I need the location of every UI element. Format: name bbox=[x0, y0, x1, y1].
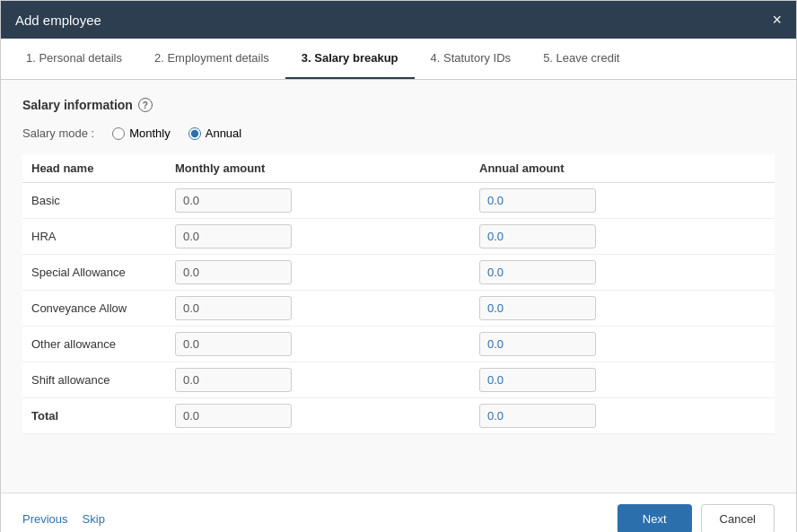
modal-body: Salary information ? Salary mode : Month… bbox=[1, 80, 796, 493]
tab-personal-details[interactable]: 1. Personal details bbox=[10, 39, 138, 79]
row-head-name: Shift allowance bbox=[22, 362, 166, 398]
modal-title: Add employee bbox=[15, 13, 101, 28]
tab-bar: 1. Personal details 2. Employment detail… bbox=[1, 39, 796, 80]
monthly-input[interactable] bbox=[175, 260, 292, 284]
table-row: Other allowance bbox=[22, 327, 775, 362]
table-row: Basic bbox=[22, 183, 775, 219]
footer-left: Previous Skip bbox=[22, 512, 105, 526]
help-icon[interactable]: ? bbox=[138, 98, 153, 112]
table-row: Special Allowance bbox=[22, 255, 775, 291]
row-head-name: Conveyance Allow bbox=[22, 291, 166, 327]
row-monthly-cell bbox=[166, 362, 470, 398]
monthly-input[interactable] bbox=[175, 404, 292, 428]
monthly-radio[interactable] bbox=[112, 127, 125, 140]
tab-employment-details[interactable]: 2. Employment details bbox=[138, 39, 285, 79]
tab-statutory-ids[interactable]: 4. Statutory IDs bbox=[415, 39, 528, 79]
monthly-input[interactable] bbox=[175, 224, 292, 249]
monthly-label: Monthly bbox=[129, 126, 171, 140]
annual-input[interactable] bbox=[479, 332, 596, 356]
monthly-input[interactable] bbox=[175, 332, 292, 356]
annual-input[interactable] bbox=[479, 296, 596, 320]
salary-table: Head name Monthly amount Annual amount B… bbox=[22, 154, 775, 434]
row-annual-cell bbox=[470, 398, 775, 434]
col-annual-amount: Annual amount bbox=[470, 154, 775, 183]
row-head-name: Other allowance bbox=[22, 327, 166, 362]
next-button[interactable]: Next bbox=[617, 504, 692, 532]
annual-radio-option[interactable]: Annual bbox=[188, 126, 241, 140]
table-row: HRA bbox=[22, 219, 775, 255]
modal-header: Add employee × bbox=[1, 1, 796, 39]
modal-footer: Previous Skip Next Cancel bbox=[1, 493, 796, 532]
row-head-name: Special Allowance bbox=[22, 255, 166, 291]
tab-leave-credit[interactable]: 5. Leave credit bbox=[527, 39, 635, 79]
annual-label: Annual bbox=[206, 126, 241, 140]
salary-mode-label: Salary mode : bbox=[22, 126, 94, 140]
section-title: Salary information ? bbox=[22, 98, 775, 112]
monthly-input[interactable] bbox=[175, 368, 292, 392]
annual-input[interactable] bbox=[479, 224, 596, 249]
row-head-name: Total bbox=[22, 398, 166, 434]
row-annual-cell bbox=[470, 291, 775, 327]
col-head-name: Head name bbox=[22, 154, 166, 183]
row-monthly-cell bbox=[166, 219, 470, 255]
annual-input[interactable] bbox=[479, 404, 596, 428]
row-annual-cell bbox=[470, 362, 775, 398]
row-head-name: Basic bbox=[22, 183, 166, 219]
salary-mode-radio-group: Monthly Annual bbox=[112, 126, 241, 140]
previous-link[interactable]: Previous bbox=[22, 512, 68, 526]
tab-salary-breakup[interactable]: 3. Salary breakup bbox=[285, 39, 415, 79]
row-annual-cell bbox=[470, 255, 775, 291]
table-header-row: Head name Monthly amount Annual amount bbox=[22, 154, 775, 183]
col-monthly-amount: Monthly amount bbox=[166, 154, 470, 183]
monthly-input[interactable] bbox=[175, 296, 292, 320]
row-monthly-cell bbox=[166, 183, 470, 219]
salary-mode-row: Salary mode : Monthly Annual bbox=[22, 126, 775, 140]
row-monthly-cell bbox=[166, 255, 470, 291]
table-row: Total bbox=[22, 398, 775, 434]
monthly-input[interactable] bbox=[175, 188, 292, 213]
table-row: Shift allowance bbox=[22, 362, 775, 398]
annual-input[interactable] bbox=[479, 260, 596, 284]
row-monthly-cell bbox=[166, 327, 470, 362]
row-head-name: HRA bbox=[22, 219, 166, 255]
close-button[interactable]: × bbox=[772, 12, 782, 28]
annual-radio[interactable] bbox=[188, 127, 201, 140]
add-employee-modal: Add employee × 1. Personal details 2. Em… bbox=[0, 0, 797, 532]
row-annual-cell bbox=[470, 219, 775, 255]
annual-input[interactable] bbox=[479, 368, 596, 392]
row-annual-cell bbox=[470, 327, 775, 362]
row-monthly-cell bbox=[166, 291, 470, 327]
row-monthly-cell bbox=[166, 398, 470, 434]
monthly-radio-option[interactable]: Monthly bbox=[112, 126, 171, 140]
skip-link[interactable]: Skip bbox=[83, 512, 105, 526]
table-row: Conveyance Allow bbox=[22, 291, 775, 327]
footer-right: Next Cancel bbox=[617, 504, 775, 532]
cancel-button[interactable]: Cancel bbox=[701, 504, 775, 532]
row-annual-cell bbox=[470, 183, 775, 219]
annual-input[interactable] bbox=[479, 188, 596, 213]
